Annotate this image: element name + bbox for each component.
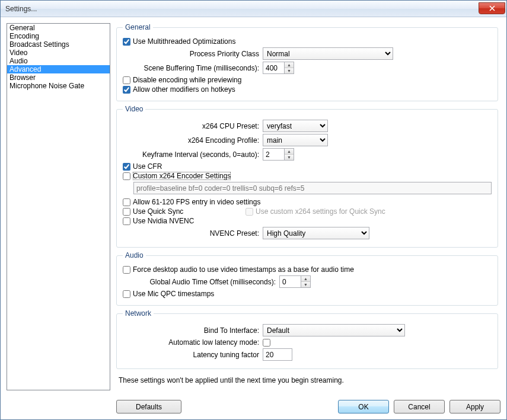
quicksync-label[interactable]: Use Quick Sync	[133, 207, 245, 216]
use-cfr-label[interactable]: Use CFR	[133, 162, 162, 171]
encoding-profile-select[interactable]: main	[263, 134, 328, 146]
chevron-up-icon[interactable]: ▲	[301, 276, 310, 282]
nvenc-checkbox[interactable]	[123, 217, 130, 225]
allow-modifiers-checkbox[interactable]	[123, 86, 130, 94]
bind-interface-label: Bind To Interface:	[123, 326, 259, 335]
titlebar: Settings...	[1, 1, 506, 17]
quicksync-custom-checkbox	[245, 208, 253, 216]
sidebar-item-general[interactable]: General	[7, 24, 110, 32]
allow-120fps-checkbox[interactable]	[123, 198, 130, 206]
group-video: Video x264 CPU Preset: veryfast x264 Enc…	[116, 105, 498, 248]
global-audio-offset-input[interactable]	[280, 276, 301, 287]
global-audio-offset-label: Global Audio Time Offset (milliseconds):	[123, 278, 276, 286]
quicksync-checkbox[interactable]	[123, 208, 130, 216]
settings-window: Settings... General Encoding Broadcast S…	[0, 0, 507, 420]
group-general: General Use Multithreaded Optimizations …	[116, 23, 498, 101]
custom-x264-input	[133, 182, 492, 194]
scene-buffer-label: Scene Buffering Time (milliseconds):	[123, 64, 259, 72]
disable-encoding-checkbox[interactable]	[123, 76, 130, 84]
category-list[interactable]: General Encoding Broadcast Settings Vide…	[7, 23, 110, 390]
chevron-up-icon[interactable]: ▲	[285, 62, 294, 68]
sidebar-item-advanced[interactable]: Advanced	[7, 65, 110, 73]
nvenc-preset-select[interactable]: High Quality	[263, 227, 369, 239]
chevron-down-icon[interactable]: ▼	[285, 155, 294, 160]
apply-button[interactable]: Apply	[449, 400, 500, 413]
group-audio-legend: Audio	[123, 251, 146, 259]
priority-select[interactable]: Normal	[263, 47, 393, 60]
sidebar-item-browser[interactable]: Browser	[7, 73, 110, 82]
keyframe-label: Keyframe Interval (seconds, 0=auto):	[123, 150, 259, 159]
nvenc-label[interactable]: Use Nvidia NVENC	[133, 217, 194, 225]
cancel-button[interactable]: Cancel	[394, 400, 445, 413]
nvenc-preset-label: NVENC Preset:	[123, 229, 259, 238]
group-general-legend: General	[123, 23, 153, 31]
settings-content: General Use Multithreaded Optimizations …	[116, 23, 500, 390]
force-desktop-audio-checkbox[interactable]	[123, 266, 130, 274]
window-title: Settings...	[5, 5, 479, 13]
ok-button[interactable]: OK	[338, 400, 389, 413]
latency-factor-input[interactable]	[263, 348, 292, 361]
chevron-up-icon[interactable]: ▲	[285, 149, 294, 155]
group-network: Network Bind To Interface: Default Autom…	[116, 309, 498, 369]
multithreaded-checkbox[interactable]	[123, 38, 130, 46]
custom-x264-checkbox[interactable]	[123, 172, 130, 180]
disable-encoding-label[interactable]: Disable encoding while previewing	[133, 76, 241, 84]
multithreaded-label[interactable]: Use Multithreaded Optimizations	[133, 37, 235, 46]
sidebar-item-video[interactable]: Video	[7, 49, 110, 57]
apply-note: These settings won't be applied until th…	[119, 376, 498, 384]
bind-interface-select[interactable]: Default	[263, 324, 405, 336]
global-audio-offset-spinner[interactable]: ▲▼	[279, 275, 311, 288]
allow-120fps-label[interactable]: Allow 61-120 FPS entry in video settings	[133, 198, 260, 206]
footer: Defaults OK Cancel Apply	[1, 396, 506, 419]
mic-qpc-checkbox[interactable]	[123, 290, 130, 298]
close-icon	[489, 5, 495, 11]
sidebar-item-encoding[interactable]: Encoding	[7, 32, 110, 40]
sidebar-item-broadcast[interactable]: Broadcast Settings	[7, 40, 110, 49]
custom-x264-label[interactable]: Custom x264 Encoder Settings	[133, 172, 231, 180]
chevron-down-icon[interactable]: ▼	[301, 282, 310, 287]
scene-buffer-input[interactable]	[263, 62, 284, 73]
scene-buffer-spinner[interactable]: ▲▼	[263, 62, 294, 74]
quicksync-custom-label: Use custom x264 settings for Quick Sync	[256, 207, 385, 216]
allow-modifiers-label[interactable]: Allow other modifiers on hotkeys	[133, 85, 235, 94]
latency-factor-label: Latency tuning factor	[123, 351, 259, 359]
close-button[interactable]	[479, 2, 505, 14]
force-desktop-audio-label[interactable]: Force desktop audio to use video timesta…	[133, 265, 354, 274]
sidebar-item-mic-noise-gate[interactable]: Microphone Noise Gate	[7, 82, 110, 90]
encoding-profile-label: x264 Encoding Profile:	[123, 136, 259, 145]
auto-latency-checkbox[interactable]	[263, 339, 270, 347]
group-video-legend: Video	[123, 105, 145, 113]
cpu-preset-select[interactable]: veryfast	[263, 120, 328, 132]
chevron-down-icon[interactable]: ▼	[285, 68, 294, 73]
mic-qpc-label[interactable]: Use Mic QPC timestamps	[133, 290, 214, 298]
use-cfr-checkbox[interactable]	[123, 163, 130, 171]
group-audio: Audio Force desktop audio to use video t…	[116, 251, 498, 306]
keyframe-spinner[interactable]: ▲▼	[263, 148, 294, 161]
auto-latency-label: Automatic low latency mode:	[123, 338, 259, 347]
group-network-legend: Network	[123, 309, 154, 318]
cpu-preset-label: x264 CPU Preset:	[123, 122, 259, 130]
sidebar-item-audio[interactable]: Audio	[7, 57, 110, 65]
defaults-button[interactable]: Defaults	[116, 400, 181, 413]
keyframe-input[interactable]	[263, 149, 284, 160]
priority-label: Process Priority Class	[123, 50, 259, 58]
